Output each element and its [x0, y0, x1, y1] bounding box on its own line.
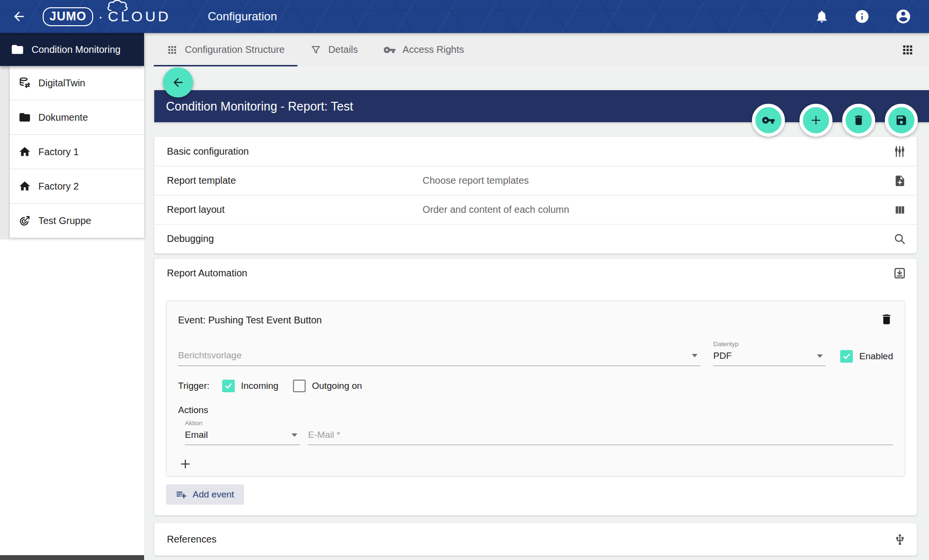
arrow-left-icon	[171, 76, 185, 89]
usb-icon[interactable]	[894, 533, 906, 546]
references-row[interactable]: References	[154, 523, 917, 556]
basic-configuration-card: Basic configuration Report template Choo…	[154, 137, 917, 254]
folder-icon	[18, 111, 31, 124]
checkbox-checked-icon[interactable]	[840, 350, 853, 363]
debugging-row[interactable]: Debugging	[154, 224, 917, 253]
add-fab-button[interactable]	[799, 104, 832, 137]
tab-label: Access Rights	[403, 44, 464, 55]
back-fab-button[interactable]	[163, 67, 193, 97]
key-icon	[762, 113, 775, 127]
sidebar-indent-strip	[0, 66, 10, 240]
sidebar-item-label: Test Gruppe	[38, 215, 91, 226]
back-arrow-icon[interactable]	[12, 9, 26, 24]
row-label: Debugging	[167, 233, 423, 244]
info-icon[interactable]	[854, 9, 870, 24]
event-title: Event: Pushing Test Event Button	[178, 313, 322, 326]
tab-label: Details	[328, 44, 358, 55]
entity-header-title: Condition Monitoring - Report: Test	[166, 99, 353, 113]
section-title: Basic configuration	[167, 146, 423, 157]
note-add-icon[interactable]	[894, 175, 906, 187]
chevron-down-icon	[817, 354, 823, 358]
sidebar-item-label: Condition Monitoring	[32, 44, 120, 55]
section-title: Report Automation	[167, 268, 423, 279]
plus-icon	[178, 457, 193, 471]
sidebar: Condition Monitoring DigitalTwin Dokumen…	[0, 33, 144, 560]
sidebar-item-test-gruppe[interactable]: Test Gruppe	[10, 204, 144, 238]
chevron-down-icon	[692, 354, 698, 357]
sidebar-item-label: Factory 1	[38, 146, 79, 158]
row-label: Report layout	[167, 204, 423, 215]
berichtsvorlage-select[interactable]: Berichtsvorlage	[178, 350, 701, 366]
jumo-logo-badge: JUMO	[43, 7, 93, 26]
aktion-label: Aktion	[185, 419, 300, 427]
home-icon	[18, 145, 31, 158]
grid-icon	[166, 44, 178, 56]
aktion-value: Email	[185, 430, 208, 440]
playlist-add-icon	[176, 489, 187, 500]
add-action-button[interactable]	[178, 457, 893, 471]
account-icon[interactable]	[895, 8, 912, 25]
row-label: Report template	[167, 175, 423, 186]
actions-title: Actions	[178, 405, 893, 416]
sidebar-item-digitaltwin[interactable]: DigitalTwin	[10, 66, 144, 100]
sidebar-item-label: Dokumente	[38, 112, 88, 123]
key-icon	[383, 44, 396, 56]
apps-grid-icon[interactable]	[901, 43, 914, 57]
tab-label: Configuration Structure	[185, 44, 285, 55]
tab-details[interactable]: Details	[297, 33, 371, 66]
report-automation-card: Report Automation Event: Pushing Test Ev…	[154, 259, 917, 515]
digital-twin-icon	[18, 77, 31, 89]
references-card: References	[154, 523, 917, 556]
row-description: Choose report templates	[423, 175, 894, 186]
datentyp-label: Datentyp	[713, 340, 826, 348]
trigger-outgoing-label: Outgoing on	[312, 381, 362, 391]
email-field[interactable]	[308, 429, 893, 445]
tab-bar: Configuration Structure Details Access R…	[144, 33, 929, 66]
access-key-fab-button[interactable]	[752, 104, 785, 137]
top-app-bar: JUMO · CLOUD Configuration	[0, 0, 929, 33]
logo-separator: ·	[98, 8, 103, 25]
download-box-icon[interactable]	[893, 267, 906, 280]
add-event-button[interactable]: Add event	[166, 484, 244, 505]
sidebar-item-factory-2[interactable]: Factory 2	[10, 169, 144, 204]
sidebar-item-condition-monitoring[interactable]: Condition Monitoring	[0, 33, 144, 66]
tab-configuration-structure[interactable]: Configuration Structure	[154, 33, 297, 66]
delete-fab-button[interactable]	[842, 104, 875, 137]
home-icon	[18, 180, 31, 192]
target-icon	[18, 214, 31, 227]
trigger-outgoing-checkbox[interactable]: Outgoing on	[293, 380, 362, 392]
sidebar-scrollbar[interactable]	[0, 555, 144, 560]
checkbox-checked-icon[interactable]	[222, 380, 235, 392]
save-fab-button[interactable]	[885, 104, 918, 137]
section-title: References	[167, 534, 423, 545]
plus-icon	[809, 113, 823, 128]
enabled-label: Enabled	[859, 351, 893, 362]
view-column-icon[interactable]	[894, 204, 906, 216]
tab-access-rights[interactable]: Access Rights	[371, 33, 477, 66]
enabled-checkbox-field[interactable]: Enabled	[840, 350, 893, 366]
report-layout-row[interactable]: Report layout Order and content of each …	[154, 195, 917, 224]
basic-configuration-row[interactable]: Basic configuration	[154, 137, 917, 166]
notifications-bell-icon[interactable]	[815, 9, 829, 24]
search-icon[interactable]	[894, 233, 906, 245]
sidebar-item-label: Factory 2	[38, 181, 79, 192]
trigger-incoming-checkbox[interactable]: Incoming	[222, 380, 278, 392]
sidebar-item-dokumente[interactable]: Dokumente	[10, 100, 144, 135]
add-event-label: Add event	[193, 489, 234, 500]
jumo-cloud-logo[interactable]: JUMO · CLOUD	[43, 7, 171, 26]
chevron-down-icon	[292, 433, 297, 437]
email-input[interactable]	[308, 430, 893, 445]
event-card: Event: Pushing Test Event Button Bericht…	[166, 301, 905, 477]
logo-product-name: CLOUD	[108, 8, 171, 25]
sidebar-item-factory-1[interactable]: Factory 1	[10, 135, 144, 169]
aktion-select[interactable]: Aktion Email	[185, 419, 300, 445]
page-title: Configuration	[208, 10, 277, 23]
folder-icon	[11, 43, 24, 56]
report-automation-header-row[interactable]: Report Automation	[154, 259, 917, 288]
datentyp-select[interactable]: Datentyp PDF	[713, 340, 826, 366]
tune-icon[interactable]	[893, 145, 906, 158]
report-template-row[interactable]: Report template Choose report templates	[154, 166, 917, 195]
checkbox-unchecked-icon[interactable]	[293, 380, 306, 392]
trash-icon[interactable]	[880, 313, 893, 326]
trigger-incoming-label: Incoming	[241, 381, 278, 391]
